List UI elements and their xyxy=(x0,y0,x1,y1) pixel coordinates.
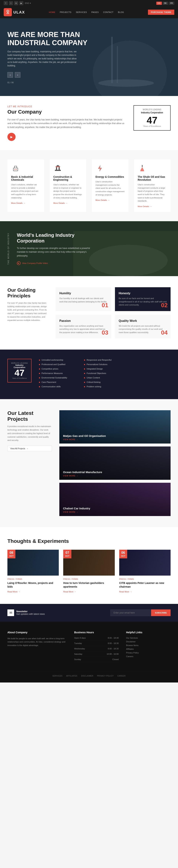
nav-blog[interactable]: BLOG xyxy=(116,10,126,14)
read-more-2[interactable]: Read More → xyxy=(63,591,115,593)
blog-grid: 08 OCT PRESS / FIRMS Laing O'Rourke: Mov… xyxy=(7,550,171,593)
youtube-icon[interactable]: ▶ xyxy=(19,1,23,5)
project-card-3[interactable]: Chalset Car Industry VIEW MORE → xyxy=(59,483,171,516)
blog-date-2: 07 OCT xyxy=(63,550,71,558)
oil-icon xyxy=(138,164,147,173)
industry-side-label: THE WORLD OF INDUSTRY xyxy=(7,233,9,265)
stat-sub: Years of Excellence xyxy=(137,125,167,127)
construction-icon xyxy=(53,164,62,173)
lang-en[interactable]: EN xyxy=(156,2,162,5)
lang-switcher[interactable]: EN DE FR xyxy=(156,2,174,5)
blog-date-1: 08 OCT xyxy=(7,550,16,558)
intro-label: Let Me Introduce xyxy=(7,105,126,108)
principle-title-3: Passion xyxy=(59,319,107,322)
newsletter-title: Newsletter xyxy=(16,610,45,613)
view-all-projects-button[interactable]: View All Projects → xyxy=(7,446,52,451)
nav-pages[interactable]: PAGES xyxy=(90,10,101,14)
service-link-2[interactable]: More Details → xyxy=(53,202,83,204)
logo[interactable]: ULAX xyxy=(4,8,25,16)
intro-description: For over 47 years, the Ulax family has b… xyxy=(7,118,126,129)
principle-desc-1: Our humility is at all dealings with our… xyxy=(59,297,107,303)
project-link-1[interactable]: VIEW MORE → xyxy=(63,438,167,440)
project-name-2: Ocean Industrial Manufacture xyxy=(63,470,167,474)
project-link-3[interactable]: VIEW MORE → xyxy=(63,511,167,513)
footer-bottom-disclaimer[interactable]: DISCLAIMER xyxy=(81,675,93,677)
blog-category-3: PRESS / FIRMS xyxy=(119,578,171,580)
footer-link-6[interactable]: Careers xyxy=(126,655,171,657)
stats-item: Unrivalled workmanship xyxy=(39,359,80,361)
svg-marker-12 xyxy=(56,165,60,166)
dot xyxy=(84,377,85,378)
blog-header: Thoughts & Experiments xyxy=(7,538,171,544)
footer-grid: About Company We build for people to use… xyxy=(7,631,171,663)
top-bar-left: f t in ▶ ENG ▾ xyxy=(4,1,31,5)
blog-title: Thoughts & Experiments xyxy=(7,538,171,544)
footer-bottom-career[interactable]: CAREER xyxy=(117,675,126,677)
newsletter-submit-button[interactable]: SUBSCRIBE xyxy=(151,610,171,616)
service-title-1: Basic & Industrial Chemicals xyxy=(11,175,41,181)
stats-item: Professional and Qualified xyxy=(39,363,80,366)
footer-main: About Company We build for people to use… xyxy=(0,622,178,682)
projects-left: Our Latest Projects It provides exceptio… xyxy=(7,410,52,516)
dot xyxy=(84,386,85,387)
hero-counter: 01 / 06 xyxy=(7,82,96,84)
projects-desc: It provides exceptional results in the m… xyxy=(7,425,52,442)
purchase-button[interactable]: PURCHASE THEME xyxy=(148,10,174,15)
svg-line-3 xyxy=(8,12,9,14)
svg-marker-13 xyxy=(98,165,102,171)
stats-item: Responsive and Respectful xyxy=(84,359,125,361)
projects-section: Our Latest Projects It provides exceptio… xyxy=(0,399,178,527)
energy-icon xyxy=(96,164,104,173)
linkedin-icon[interactable]: in xyxy=(14,1,18,5)
service-title-2: Construction & Engineering xyxy=(53,175,83,181)
project-card-1[interactable]: Matjas Gas and Oil Organisation VIEW MOR… xyxy=(59,410,171,443)
read-more-1[interactable]: Read More → xyxy=(7,591,59,593)
lang-fr[interactable]: FR xyxy=(169,2,174,5)
lang-de[interactable]: DE xyxy=(162,2,168,5)
project-bg-2: Ocean Industrial Manufacture VIEW MORE → xyxy=(59,446,171,480)
footer-link-2[interactable]: Disclaimer xyxy=(126,641,171,643)
project-card-2[interactable]: Ocean Industrial Manufacture VIEW MORE → xyxy=(59,446,171,480)
footer-bottom: SERVICES AFFILIATES DISCLAIMER PRIVACY P… xyxy=(7,671,171,677)
nav-services[interactable]: SERVICES xyxy=(74,10,88,14)
nav-home[interactable]: HOME xyxy=(47,10,57,14)
social-icons: f t in ▶ xyxy=(4,1,23,5)
footer-link-4[interactable]: Affiliates xyxy=(126,648,171,650)
footer-link-3[interactable]: Browse Items xyxy=(126,644,171,646)
projects-title: Our Latest Projects xyxy=(7,410,52,422)
principle-num-3: 03 xyxy=(102,330,108,336)
nav-contact[interactable]: CONTACT xyxy=(101,10,115,14)
footer-about-text: We build for people to use when built we… xyxy=(7,637,67,647)
service-link-1[interactable]: More Details → xyxy=(11,202,41,204)
project-name-1: Matjas Gas and Oil Organisation xyxy=(63,434,167,437)
footer-link-5[interactable]: Privacy Policy xyxy=(126,652,171,654)
stats-columns: Unrivalled workmanship Professional and … xyxy=(39,359,171,390)
dot xyxy=(39,382,40,383)
hero-next-button[interactable]: › xyxy=(15,72,20,78)
stats-box-label: World's Leading xyxy=(11,362,28,364)
stats-item: Performance Measures xyxy=(39,372,80,374)
facebook-icon[interactable]: f xyxy=(4,1,8,5)
footer-link-1[interactable]: Our Services xyxy=(126,637,171,639)
read-more-3[interactable]: Read More → xyxy=(119,591,171,593)
hero-prev-button[interactable]: ‹ xyxy=(7,72,13,78)
project-link-2[interactable]: VIEW MORE → xyxy=(63,475,167,477)
footer-bottom-privacy[interactable]: PRIVACY POLICY xyxy=(97,675,113,677)
newsletter-input[interactable] xyxy=(110,610,151,616)
principle-num-2: 02 xyxy=(161,302,168,308)
stats-item: Problem solving xyxy=(84,385,125,388)
project-overlay-3: Chalset Car Industry VIEW MORE → xyxy=(59,504,171,516)
dot xyxy=(39,386,40,387)
footer-bottom-affiliates[interactable]: AFFILIATES xyxy=(66,675,77,677)
svg-rect-5 xyxy=(14,168,18,171)
project-overlay-1: Matjas Gas and Oil Organisation VIEW MOR… xyxy=(59,431,171,443)
service-link-3[interactable]: More Details → xyxy=(96,199,125,201)
view-profile-link[interactable]: ▶ View Company Profile Video xyxy=(17,261,91,265)
newsletter-icon: ✉ xyxy=(7,610,14,616)
stats-item: Functional Objectives xyxy=(84,372,125,374)
nav-projects[interactable]: PROJECTS xyxy=(58,10,73,14)
service-link-4[interactable]: More Details → xyxy=(138,205,167,208)
play-button[interactable]: ▶ xyxy=(7,133,16,141)
footer-bottom-services[interactable]: SERVICES xyxy=(52,675,62,677)
twitter-icon[interactable]: t xyxy=(9,1,13,5)
